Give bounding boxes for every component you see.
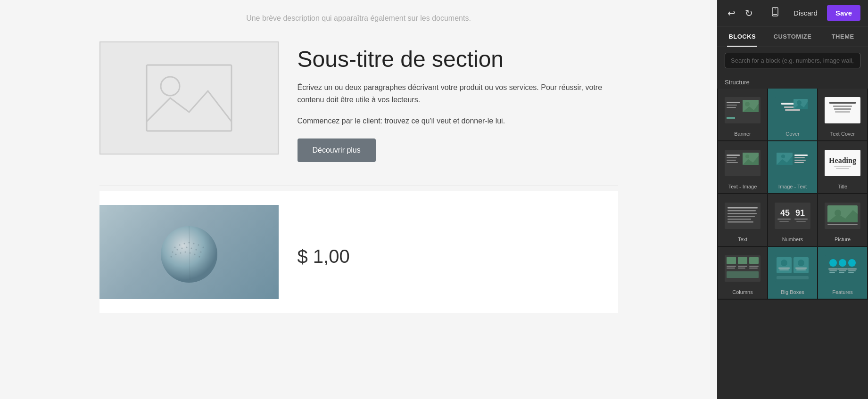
- cover-preview: [774, 92, 811, 128]
- svg-point-104: [798, 260, 804, 266]
- svg-rect-63: [794, 160, 806, 161]
- blocks-grid: Banner Cover: [717, 89, 868, 300]
- text-content-block: Sous-titre de section Écrivez un ou deux…: [298, 41, 618, 167]
- svg-point-34: [745, 102, 750, 106]
- sphere-container: [99, 205, 279, 299]
- svg-rect-117: [829, 270, 837, 271]
- search-input[interactable]: [725, 53, 860, 68]
- text-image-preview: [724, 145, 761, 181]
- block-text-cover[interactable]: Text Cover: [818, 89, 867, 140]
- title-preview: Heading: [824, 145, 861, 181]
- svg-rect-80: [794, 219, 808, 220]
- columns-preview: [724, 251, 761, 286]
- block-features[interactable]: Features: [818, 247, 867, 299]
- svg-rect-107: [779, 269, 789, 270]
- structure-label: Structure: [717, 74, 868, 89]
- block-big-boxes[interactable]: Big Boxes: [768, 247, 817, 299]
- block-text-image[interactable]: Text - Image: [718, 141, 767, 193]
- svg-rect-46: [833, 106, 852, 107]
- title-label: Title: [838, 184, 847, 189]
- description-text: Une brève description qui apparaîtra éga…: [99, 9, 618, 23]
- svg-point-1: [161, 77, 180, 96]
- svg-rect-27: [773, 14, 777, 15]
- tab-blocks[interactable]: BLOCKS: [717, 26, 768, 47]
- svg-rect-73: [727, 216, 755, 217]
- svg-rect-70: [727, 207, 758, 209]
- svg-text:91: 91: [795, 208, 805, 218]
- svg-point-55: [745, 155, 749, 158]
- svg-rect-45: [829, 102, 856, 104]
- section-body2: Commencez par le client: trouvez ce qu'i…: [298, 115, 618, 127]
- svg-rect-114: [828, 269, 838, 269]
- banner-preview: [724, 92, 761, 128]
- svg-point-13: [181, 247, 182, 249]
- svg-point-17: [200, 251, 201, 252]
- svg-text:Heading: Heading: [829, 156, 856, 165]
- cover-label: Cover: [785, 131, 799, 137]
- svg-point-59: [781, 155, 785, 158]
- svg-rect-90: [727, 257, 736, 264]
- svg-rect-36: [727, 117, 735, 119]
- tab-customize[interactable]: CUSTOMIZE: [768, 26, 818, 47]
- columns-label: Columns: [732, 289, 752, 295]
- svg-rect-121: [839, 272, 844, 273]
- svg-rect-120: [829, 272, 835, 273]
- block-picture[interactable]: Picture: [818, 194, 867, 246]
- svg-point-24: [198, 256, 200, 257]
- block-text[interactable]: Text: [718, 194, 767, 246]
- block-cover[interactable]: Cover: [768, 89, 817, 140]
- svg-point-9: [198, 244, 199, 245]
- product-info: $ 1,00: [298, 236, 350, 267]
- svg-rect-82: [796, 221, 806, 222]
- svg-rect-97: [749, 266, 759, 267]
- svg-rect-75: [727, 221, 753, 223]
- svg-text:45: 45: [780, 208, 790, 218]
- block-image-text[interactable]: Image - Text: [768, 141, 817, 193]
- tab-theme[interactable]: THEME: [818, 26, 868, 47]
- svg-point-7: [188, 242, 190, 243]
- placeholder-image-icon: [142, 60, 236, 136]
- svg-rect-67: [834, 166, 851, 167]
- svg-point-18: [170, 256, 172, 257]
- svg-point-19: [175, 253, 176, 255]
- svg-point-6: [183, 243, 185, 244]
- discard-button[interactable]: Discard: [788, 6, 823, 20]
- svg-rect-44: [825, 97, 860, 123]
- svg-rect-87: [827, 224, 858, 225]
- banner-label: Banner: [734, 131, 751, 137]
- block-columns[interactable]: Columns: [718, 247, 767, 299]
- undo-icon[interactable]: ↩: [725, 5, 738, 22]
- product-image: [99, 205, 279, 299]
- svg-rect-96: [738, 268, 745, 269]
- svg-rect-98: [749, 268, 758, 269]
- block-title[interactable]: Heading Title: [818, 141, 867, 193]
- section-subtitle: Sous-titre de section: [298, 46, 618, 72]
- svg-point-4: [174, 246, 175, 248]
- block-banner[interactable]: Banner: [718, 89, 767, 140]
- svg-rect-81: [779, 221, 789, 222]
- redo-icon[interactable]: ↻: [742, 5, 756, 22]
- svg-rect-72: [727, 213, 757, 214]
- svg-point-112: [839, 259, 846, 267]
- svg-point-12: [176, 249, 178, 250]
- block-numbers[interactable]: 45 91 Numbers: [768, 194, 817, 246]
- sidebar-tabs: BLOCKS CUSTOMIZE THEME: [717, 26, 868, 47]
- features-label: Features: [832, 289, 852, 295]
- svg-rect-94: [727, 268, 735, 269]
- text-cover-label: Text Cover: [830, 131, 855, 137]
- big-boxes-preview: [774, 251, 811, 286]
- placeholder-image: [99, 41, 279, 155]
- discover-button[interactable]: Découvrir plus: [298, 138, 376, 162]
- device-icon[interactable]: [768, 4, 784, 23]
- features-preview: [824, 251, 861, 286]
- price-text: $ 1,00: [298, 246, 350, 267]
- numbers-label: Numbers: [782, 236, 803, 242]
- save-button[interactable]: Save: [827, 5, 860, 21]
- text-label: Text: [738, 236, 747, 242]
- svg-rect-79: [777, 219, 791, 220]
- svg-rect-71: [727, 210, 756, 212]
- section-body1: Écrivez un ou deux paragraphes décrivant…: [298, 81, 618, 106]
- image-text-preview: [774, 145, 811, 181]
- svg-point-103: [781, 260, 787, 266]
- svg-point-23: [194, 253, 195, 255]
